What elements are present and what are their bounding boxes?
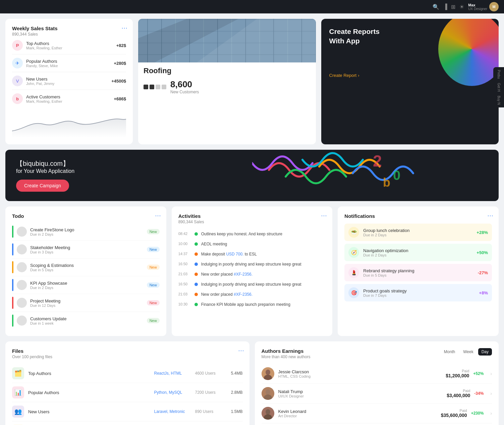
files-item: 📊 Popular Authors Python, MySQL 7200 Use… [12, 383, 243, 402]
ae-subtitle: More than 400 new authors [262, 355, 311, 359]
weekly-sales-menu[interactable]: ⋯ [121, 24, 127, 32]
sales-item: P Top Authors Mark, Rowling, Esther +82$ [12, 37, 126, 54]
todo-list: Create FireStone Logo Due in 2 Days New … [12, 223, 160, 329]
new-users-file-icon: 👥 [12, 406, 24, 418]
create-campaign-button[interactable]: Create Campaign [16, 180, 69, 192]
avatar [17, 262, 27, 272]
notification-item: 🧭 Navigation optimization Due in 2 Days … [344, 244, 492, 261]
campaign-banner: 【biqubiqu.com】 for Your Web Application … [5, 150, 499, 201]
avatar [262, 367, 274, 380]
user-role: UX Designer [468, 7, 487, 11]
sidebar-buyn[interactable]: Buy N [497, 96, 501, 105]
notif-icon: 🥗 [348, 227, 359, 238]
avatar [17, 244, 27, 254]
tab-week[interactable]: Week [460, 348, 477, 356]
weekly-sales-subtitle: 890,344 Sales [12, 32, 126, 37]
reports-card: Create ReportsWith App Create Report › [321, 19, 499, 144]
campaign-title: 【biqubiqu.com】 [16, 159, 74, 168]
notification-item: 💄 Rebrand strategy planning Due in 5 Day… [344, 264, 492, 281]
campaign-decoration: 2 0 b [252, 150, 499, 201]
notification-item: 🥗 Group lunch celebration Due in 2 Days … [344, 224, 492, 241]
ae-title: Authors Earnings [262, 348, 311, 354]
new-customers-count: 8,600 [170, 79, 199, 90]
notification-item: 🎯 Product goals strategy Due in 7 Days +… [344, 284, 492, 301]
avatar [17, 227, 27, 237]
activity-item: 10:00 AEOL meeting [178, 239, 326, 249]
notifications-list: 🥗 Group lunch celebration Due in 2 Days … [344, 224, 492, 301]
files-menu[interactable]: ⋯ [238, 347, 244, 354]
create-report-button[interactable]: Create Report › [329, 73, 359, 78]
popular-authors-icon: ✈ [12, 58, 23, 68]
todo-item: KPI App Showcase Due in 2 Days New [12, 276, 160, 294]
user-name: Max [468, 3, 487, 7]
todo-item: Create FireStone Logo Due in 2 Days New [12, 223, 160, 241]
todo-item: Project Meeting Due in 12 Days New [12, 294, 160, 312]
svg-text:b: b [383, 176, 390, 189]
right-sidebar: Prebu Get H Buy N [493, 67, 504, 107]
activity-item: 10:30 Finance KPI Mobile app launch prep… [178, 299, 326, 310]
sales-items-list: P Top Authors Mark, Rowling, Esther +82$… [12, 37, 126, 107]
weekly-sales-card: Weekly Sales Stats 890,344 Sales ⋯ P Top… [5, 19, 133, 144]
ae-item: Brad Simmons Successful Fellas Paid $200… [262, 423, 492, 425]
files-item: ⭐ Active Customers AngularJS, C# 4600 Us… [12, 421, 243, 425]
user-profile[interactable]: Max UX Designer M [468, 2, 499, 11]
chevron-right-icon[interactable]: › [490, 411, 492, 416]
sidebar-geth[interactable]: Get H [497, 83, 501, 92]
roofing-title: Roofing [144, 66, 311, 75]
activity-item: 21:03 New order placed #XF-2356. [178, 269, 326, 279]
popular-authors-file-icon: 📊 [12, 386, 24, 398]
avatar [262, 407, 274, 420]
tab-day[interactable]: Day [478, 348, 492, 356]
ae-item: Kevin Leonard Art Director Paid $35,600,… [262, 404, 492, 423]
todo-title: Todo [12, 213, 160, 219]
new-users-icon: V [12, 76, 23, 86]
files-title: Files [12, 348, 243, 354]
grid-icon[interactable]: ⊞ [451, 4, 455, 10]
activities-menu[interactable]: ⋯ [321, 212, 327, 219]
chevron-right-icon[interactable]: › [490, 391, 492, 396]
ae-tabs: Month Week Day [441, 348, 492, 356]
activity-item: 16:50 Indulging in poorly driving and ke… [178, 279, 326, 289]
files-subtitle: Over 100 pending files [12, 355, 243, 359]
notifications-menu[interactable]: ⋯ [487, 212, 493, 219]
activity-item: 21:03 New order placed #XF-2356. [178, 289, 326, 299]
activities-list: 08:42 Outlines keep you honest. And keep… [178, 229, 326, 310]
nc-icons [144, 85, 166, 89]
svg-point-30 [266, 409, 270, 415]
search-icon[interactable]: 🔍 [433, 4, 439, 10]
activities-subtitle: 890,344 Sales [178, 220, 326, 224]
bar-chart-icon[interactable]: ▐ [443, 4, 447, 10]
files-list: 🗂️ Top Authors ReactJs, HTML 4600 Users … [12, 364, 243, 425]
todo-item: Stakeholder Meeting Due in 3 Days New [12, 241, 160, 258]
notif-icon: 💄 [348, 267, 359, 278]
chevron-right-icon[interactable]: › [490, 371, 492, 376]
files-card: Files Over 100 pending files ⋯ 🗂️ Top Au… [5, 341, 249, 425]
notifications-title: Notifications [344, 213, 492, 219]
svg-text:2: 2 [373, 152, 382, 170]
avatar [17, 298, 27, 308]
files-item: 👥 New Users Laravel, Metronic 890 Users … [12, 402, 243, 421]
authors-earnings-card: Authors Earnings More than 400 new autho… [255, 341, 499, 425]
activity-item: 14:37 Make deposit USD 700. to ESL [178, 249, 326, 259]
ae-list: Jessie Clarcson HTML, CSS Coding Paid $1… [262, 364, 492, 425]
weekly-sales-title: Weekly Sales Stats [12, 26, 126, 31]
svg-point-27 [266, 389, 270, 395]
new-customers-label: New Customers [170, 90, 199, 94]
svg-point-24 [266, 370, 270, 375]
activities-card: Activities 890,344 Sales ⋯ 08:42 Outline… [172, 206, 333, 336]
brightness-icon[interactable]: ☀ [459, 4, 464, 10]
sales-item: ✈ Popular Authors Randy, Steve, Mike +28… [12, 54, 126, 72]
tab-month[interactable]: Month [441, 348, 458, 356]
reports-title: Create ReportsWith App [329, 27, 491, 46]
todo-menu[interactable]: ⋯ [155, 212, 161, 219]
top-authors-icon: P [12, 40, 23, 51]
files-item: 🗂️ Top Authors ReactJs, HTML 4600 Users … [12, 364, 243, 383]
ae-item: Natali Trump UI/UX Designer Paid $3,400,… [262, 384, 492, 404]
avatar [17, 280, 27, 290]
todo-card: Todo ⋯ Create FireStone Logo Due in 2 Da… [5, 206, 166, 336]
avatar[interactable]: M [489, 2, 499, 11]
sidebar-prebu[interactable]: Prebu [497, 70, 501, 79]
campaign-subtitle: for Your Web Application [16, 168, 74, 174]
activity-item: 16:50 Indulging in poorly driving and ke… [178, 259, 326, 269]
todo-item: Customers Update Due in 1 week New [12, 312, 160, 329]
